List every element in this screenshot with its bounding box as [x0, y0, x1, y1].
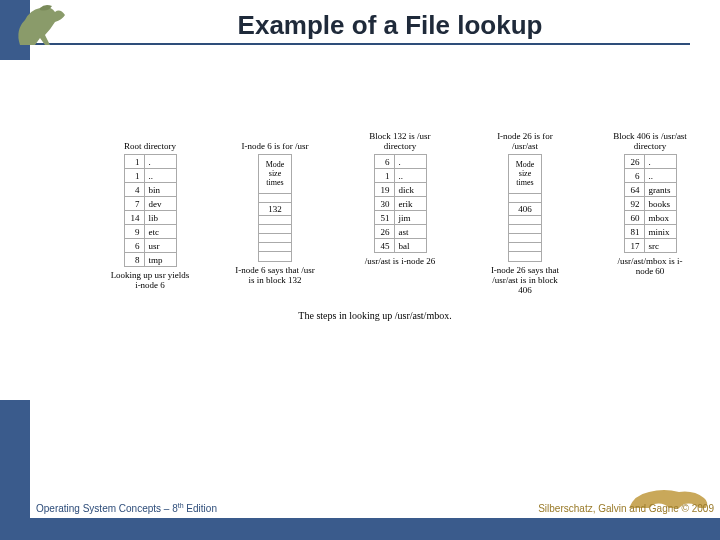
slide-title: Example of a File lookup — [30, 10, 700, 41]
table-row: 51jim — [374, 211, 426, 225]
table-row: 8tmp — [124, 253, 176, 267]
table-row: 1.. — [124, 169, 176, 183]
table-row: 17src — [624, 239, 676, 253]
inode-box: Mode size times 132 — [258, 154, 292, 262]
table-row: 9etc — [124, 225, 176, 239]
column-caption: Looking up usr yields i-node 6 — [110, 271, 190, 291]
footer-text: Edition — [184, 503, 217, 514]
table-row: 6.. — [624, 169, 676, 183]
column-caption: I-node 26 says that /usr/ast is in block… — [485, 266, 565, 296]
slide: Example of a File lookup Root directory … — [0, 0, 720, 540]
table-row: 1. — [124, 155, 176, 169]
table-row: 1.. — [374, 169, 426, 183]
block-406-column: Block 406 is /usr/ast directory 26. 6.. … — [610, 120, 690, 277]
figure-caption: The steps in looking up /usr/ast/mbox. — [30, 310, 720, 321]
title-rule — [30, 43, 690, 45]
column-header: Root directory — [124, 120, 176, 154]
footer-text: Operating System Concepts – 8 — [36, 503, 178, 514]
inode-body: Mode size times — [259, 155, 291, 194]
block-132-table: 6. 1.. 19dick 30erik 51jim 26ast 45bal — [374, 154, 427, 253]
table-row: 7dev — [124, 197, 176, 211]
table-row: 6usr — [124, 239, 176, 253]
dinosaur-icon — [10, 0, 80, 52]
root-directory-column: Root directory 1. 1.. 4bin 7dev 14lib 9e… — [110, 120, 190, 291]
column-caption: I-node 6 says that /usr is in block 132 — [235, 266, 315, 286]
footer-left: Operating System Concepts – 8th Edition — [36, 502, 217, 514]
table-row: 30erik — [374, 197, 426, 211]
table-row: 6. — [374, 155, 426, 169]
inode-body: Mode size times — [509, 155, 541, 194]
table-row: 26. — [624, 155, 676, 169]
column-header: I-node 6 is for /usr — [242, 120, 309, 154]
table-row: 64grants — [624, 183, 676, 197]
block-406-table: 26. 6.. 64grants 92books 60mbox 81minix … — [624, 154, 677, 253]
table-row: 26ast — [374, 225, 426, 239]
inode-6-column: I-node 6 is for /usr Mode size times 132… — [235, 120, 315, 286]
column-caption: /usr/ast/mbox is i-node 60 — [610, 257, 690, 277]
table-row: 14lib — [124, 211, 176, 225]
column-header: I-node 26 is for /usr/ast — [485, 120, 565, 154]
column-header: Block 406 is /usr/ast directory — [610, 120, 690, 154]
sidebar-accent — [0, 60, 30, 400]
column-caption: /usr/ast is i-node 26 — [365, 257, 436, 267]
inode-box: Mode size times 406 — [508, 154, 542, 262]
table-row: 4bin — [124, 183, 176, 197]
root-directory-table: 1. 1.. 4bin 7dev 14lib 9etc 6usr 8tmp — [124, 154, 177, 267]
inode-pointer: 132 — [259, 203, 291, 216]
table-row: 81minix — [624, 225, 676, 239]
table-row: 92books — [624, 197, 676, 211]
diagram: Root directory 1. 1.. 4bin 7dev 14lib 9e… — [110, 120, 690, 296]
table-row: 45bal — [374, 239, 426, 253]
header: Example of a File lookup — [30, 0, 720, 51]
inode-26-column: I-node 26 is for /usr/ast Mode size time… — [485, 120, 565, 296]
footer-right: Silberschatz, Galvin and Gagne © 2009 — [538, 503, 714, 514]
table-row: 19dick — [374, 183, 426, 197]
inode-pointer: 406 — [509, 203, 541, 216]
table-row: 60mbox — [624, 211, 676, 225]
block-132-column: Block 132 is /usr directory 6. 1.. 19dic… — [360, 120, 440, 267]
column-header: Block 132 is /usr directory — [360, 120, 440, 154]
